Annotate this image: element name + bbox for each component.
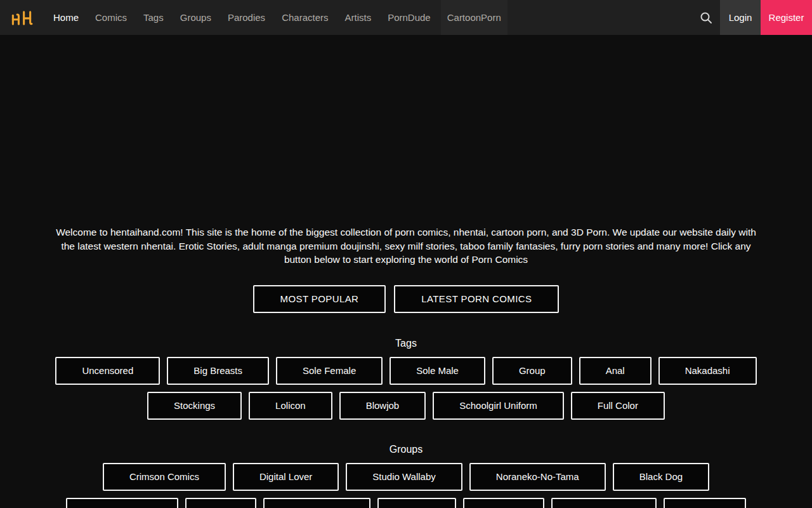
tag-schoolgirl-uniform[interactable]: Schoolgirl Uniform — [433, 392, 564, 420]
nav-link-tags[interactable]: Tags — [143, 0, 164, 35]
nav-link-parodies[interactable]: Parodies — [228, 0, 265, 35]
group-button-partial[interactable] — [664, 498, 746, 508]
groups-section: Crimson ComicsDigital LoverStudio Wallab… — [0, 463, 812, 508]
nav-link-home[interactable]: Home — [53, 0, 79, 35]
nav-link-artists[interactable]: Artists — [344, 0, 371, 35]
tag-blowjob[interactable]: Blowjob — [339, 392, 426, 420]
tags-heading: Tags — [0, 337, 812, 349]
register-button[interactable]: Register — [761, 0, 812, 35]
groups-row-partial — [0, 498, 812, 508]
group-button-partial[interactable] — [263, 498, 370, 508]
tag-stockings[interactable]: Stockings — [147, 392, 242, 420]
group-button-partial[interactable] — [551, 498, 657, 508]
welcome-text: Welcome to hentaihand.com! This site is … — [56, 225, 756, 267]
group-button-partial[interactable] — [463, 498, 544, 508]
group-black-dog[interactable]: Black Dog — [613, 463, 709, 491]
tag-anal[interactable]: Anal — [579, 357, 652, 385]
nav-link-porndude[interactable]: PornDude — [388, 0, 431, 35]
group-noraneko-no-tama[interactable]: Noraneko-No-Tama — [469, 463, 606, 491]
tags-row-2: StockingsLoliconBlowjobSchoolgirl Unifor… — [0, 392, 812, 420]
tag-sole-male[interactable]: Sole Male — [390, 357, 485, 385]
tag-lolicon[interactable]: Lolicon — [249, 392, 332, 420]
tag-sole-female[interactable]: Sole Female — [276, 357, 383, 385]
logo-hh-icon — [9, 7, 34, 29]
nav-link-characters[interactable]: Characters — [282, 0, 328, 35]
magnifier-icon — [700, 11, 712, 24]
group-digital-lover[interactable]: Digital Lover — [233, 463, 339, 491]
tag-big-breasts[interactable]: Big Breasts — [167, 357, 269, 385]
navbar: HomeComicsTagsGroupsParodiesCharactersAr… — [0, 0, 812, 35]
latest-porn-comics-button[interactable]: LATEST PORN COMICS — [394, 285, 559, 313]
login-button[interactable]: Login — [720, 0, 761, 35]
group-button-partial[interactable] — [185, 498, 256, 508]
main-nav: HomeComicsTagsGroupsParodiesCharactersAr… — [53, 0, 501, 35]
nav-link-groups[interactable]: Groups — [180, 0, 211, 35]
nav-link-comics[interactable]: Comics — [95, 0, 127, 35]
navbar-right: Login Register — [692, 0, 812, 35]
cta-row: MOST POPULAR LATEST PORN COMICS — [0, 285, 812, 313]
group-crimson-comics[interactable]: Crimson Comics — [103, 463, 226, 491]
group-studio-wallaby[interactable]: Studio Wallaby — [346, 463, 462, 491]
group-button-partial[interactable] — [377, 498, 456, 508]
site-logo[interactable] — [0, 0, 44, 35]
tag-nakadashi[interactable]: Nakadashi — [658, 357, 757, 385]
tags-row-1: UncensoredBig BreastsSole FemaleSole Mal… — [0, 357, 812, 385]
search-icon[interactable] — [692, 0, 720, 35]
groups-heading: Groups — [0, 443, 812, 455]
tag-uncensored[interactable]: Uncensored — [55, 357, 160, 385]
most-popular-button[interactable]: MOST POPULAR — [253, 285, 386, 313]
main-content: Welcome to hentaihand.com! This site is … — [0, 35, 812, 508]
nav-link-cartoonporn[interactable]: CartoonPorn — [441, 0, 508, 35]
groups-row-1: Crimson ComicsDigital LoverStudio Wallab… — [0, 463, 812, 491]
group-button-partial[interactable] — [66, 498, 178, 508]
tag-group[interactable]: Group — [492, 357, 572, 385]
tags-section: UncensoredBig BreastsSole FemaleSole Mal… — [0, 357, 812, 420]
tag-full-color[interactable]: Full Color — [571, 392, 665, 420]
